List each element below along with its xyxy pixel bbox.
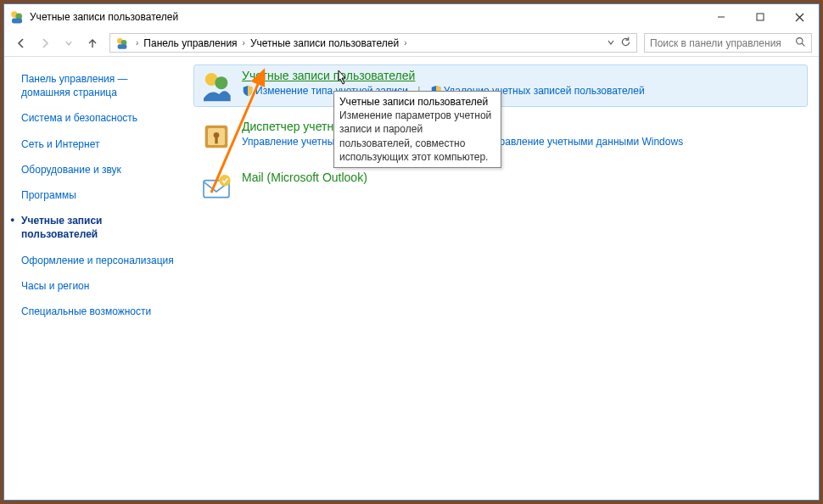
sidebar-item-hardware[interactable]: Оборудование и звук [21, 163, 174, 176]
shield-icon [242, 85, 254, 97]
addressbar-dropdown[interactable] [607, 37, 615, 49]
category-mail[interactable]: Mail (Microsoft Outlook) [194, 167, 807, 208]
content-area: Учетные записи пользователей Изменение т… [182, 57, 819, 500]
crumb-sep[interactable]: › [400, 38, 410, 48]
sidebar-item-user-accounts[interactable]: Учетные записи пользователей [21, 214, 174, 241]
credential-manager-icon [199, 120, 233, 154]
addressbar-icon [115, 36, 129, 50]
sidebar-item-appearance[interactable]: Оформление и персонализация [21, 254, 174, 267]
control-panel-window: Учетные записи пользователей › Панель уп… [3, 3, 820, 501]
search-input[interactable]: Поиск в панели управления [644, 33, 812, 53]
svg-rect-9 [118, 44, 127, 48]
navigation-bar: › Панель управления › Учетные записи пол… [4, 30, 819, 57]
crumb-sep[interactable]: › [132, 38, 142, 48]
category-title[interactable]: Mail (Microsoft Outlook) [242, 171, 367, 184]
sublink-windows-credentials[interactable]: Управление учетными данными Windows [488, 136, 683, 148]
mail-icon [199, 171, 233, 204]
window-controls [702, 4, 819, 30]
svg-point-19 [219, 175, 230, 186]
tooltip-body: Изменение параметров учетной записи и па… [339, 109, 495, 164]
sidebar-item-accessibility[interactable]: Специальные возможности [21, 305, 174, 318]
crumb-sep[interactable]: › [239, 38, 249, 48]
body-area: Панель управления — домашняя страница Си… [4, 57, 819, 500]
svg-rect-17 [215, 137, 217, 143]
svg-point-10 [797, 37, 803, 43]
breadcrumb-item[interactable]: Учетные записи пользователей [249, 37, 400, 49]
recent-dropdown[interactable] [59, 33, 79, 53]
app-icon [9, 9, 25, 25]
search-placeholder: Поиск в панели управления [650, 37, 781, 49]
minimize-button[interactable] [702, 4, 741, 30]
refresh-button[interactable] [620, 36, 631, 50]
svg-rect-4 [757, 14, 764, 20]
window-title: Учетные записи пользователей [30, 11, 702, 23]
sidebar-item-network[interactable]: Сеть и Интернет [21, 137, 174, 151]
user-accounts-icon [199, 69, 233, 103]
maximize-button[interactable] [741, 4, 780, 30]
search-icon [795, 36, 806, 50]
tooltip-title: Учетные записи пользователей [339, 95, 495, 109]
sidebar-item-programs[interactable]: Программы [21, 188, 174, 202]
breadcrumb-item[interactable]: Панель управления [142, 37, 238, 49]
svg-rect-2 [12, 19, 22, 24]
sidebar-item-home[interactable]: Панель управления — домашняя страница [21, 72, 174, 99]
sidebar-item-clock-region[interactable]: Часы и регион [21, 279, 174, 293]
svg-point-13 [215, 76, 227, 89]
address-bar[interactable]: › Панель управления › Учетные записи пол… [109, 33, 637, 53]
sidebar-item-system-security[interactable]: Система и безопасность [21, 111, 174, 125]
titlebar: Учетные записи пользователей [4, 4, 819, 30]
up-button[interactable] [82, 33, 103, 53]
forward-button[interactable] [35, 33, 55, 53]
back-button[interactable] [11, 33, 31, 53]
category-title[interactable]: Учетные записи пользователей [242, 69, 645, 82]
sidebar: Панель управления — домашняя страница Си… [4, 57, 182, 500]
tooltip: Учетные записи пользователей Изменение п… [333, 91, 501, 168]
close-button[interactable] [780, 4, 819, 30]
svg-line-11 [802, 43, 804, 46]
